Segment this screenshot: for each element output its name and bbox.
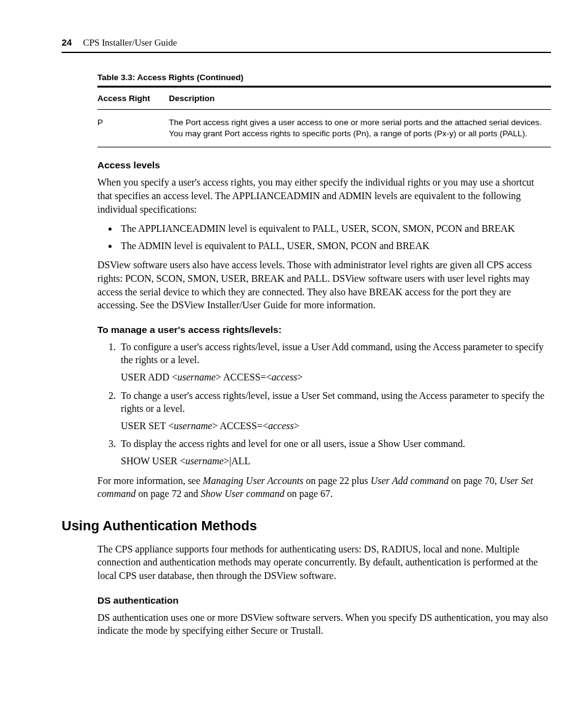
command-line: SHOW USER <username>|ALL [121, 454, 551, 468]
text-part: For more information, see [97, 475, 203, 486]
access-levels-intro: When you specify a user's access rights,… [97, 176, 551, 216]
access-levels-heading: Access levels [97, 160, 551, 171]
step-text: To configure a user's access rights/leve… [121, 342, 544, 366]
step-item: To change a user's access rights/level, … [118, 389, 551, 433]
ref-link: Managing User Accounts [203, 475, 303, 486]
page-header: 24 CPS Installer/User Guide [62, 37, 551, 53]
text-part: on page 67. [285, 488, 333, 499]
list-item: The ADMIN level is equivalent to PALL, U… [118, 239, 551, 253]
ds-auth-body: DS authentication uses one or more DSVie… [97, 611, 551, 638]
cmd-part: > ACCESS=< [212, 421, 268, 431]
access-rights-table-block: Table 3.3: Access Rights (Continued) Acc… [97, 73, 551, 147]
cmd-part: > [297, 372, 303, 382]
cmd-arg: username [178, 372, 216, 382]
cmd-part: USER SET < [121, 421, 174, 431]
command-line: USER SET <username> ACCESS=<access> [121, 419, 551, 433]
cmd-arg: username [174, 421, 212, 431]
text-part: on page 70, [449, 475, 499, 486]
cmd-part: > [294, 421, 300, 431]
cmd-arg: access [268, 421, 294, 431]
step-text: To change a user's access rights/level, … [121, 390, 544, 414]
dsview-paragraph: DSView software users also have access l… [97, 258, 551, 311]
cmd-arg: access [272, 372, 298, 382]
cell-access-right: P [97, 110, 169, 147]
ds-auth-heading: DS authentication [97, 595, 551, 606]
step-item: To display the access rights and level f… [118, 437, 551, 467]
list-item: The APPLIANCEADMIN level is equivalent t… [118, 222, 551, 236]
auth-intro: The CPS appliance supports four methods … [97, 543, 551, 583]
manage-rights-steps: To configure a user's access rights/leve… [97, 340, 551, 468]
ref-link: Show User command [201, 488, 285, 499]
access-levels-bullets: The APPLIANCEADMIN level is equivalent t… [97, 222, 551, 252]
cmd-part: >|ALL [224, 456, 250, 466]
table-caption: Table 3.3: Access Rights (Continued) [97, 73, 551, 82]
auth-methods-heading: Using Authentication Methods [62, 518, 551, 534]
cmd-part: USER ADD < [121, 372, 178, 382]
table-row: P The Port access right gives a user acc… [97, 110, 551, 147]
cell-description: The Port access right gives a user acces… [169, 110, 551, 147]
step-item: To configure a user's access rights/leve… [118, 340, 551, 384]
manage-rights-heading: To manage a user's access rights/levels: [97, 324, 551, 335]
more-info-paragraph: For more information, see Managing User … [97, 474, 551, 501]
table-head-description: Description [169, 87, 551, 110]
ref-link: User Add command [370, 475, 449, 486]
access-rights-table: Access Right Description P The Port acce… [97, 86, 551, 147]
text-part: on page 72 and [136, 488, 200, 499]
cmd-arg: username [186, 456, 224, 466]
doc-title: CPS Installer/User Guide [83, 38, 177, 48]
cmd-part: > ACCESS=< [216, 372, 272, 382]
text-part: on page 22 plus [303, 475, 370, 486]
command-line: USER ADD <username> ACCESS=<access> [121, 371, 551, 384]
table-head-access-right: Access Right [97, 87, 169, 110]
cmd-part: SHOW USER < [121, 456, 186, 466]
step-text: To display the access rights and level f… [121, 438, 465, 449]
page-number: 24 [62, 37, 72, 47]
